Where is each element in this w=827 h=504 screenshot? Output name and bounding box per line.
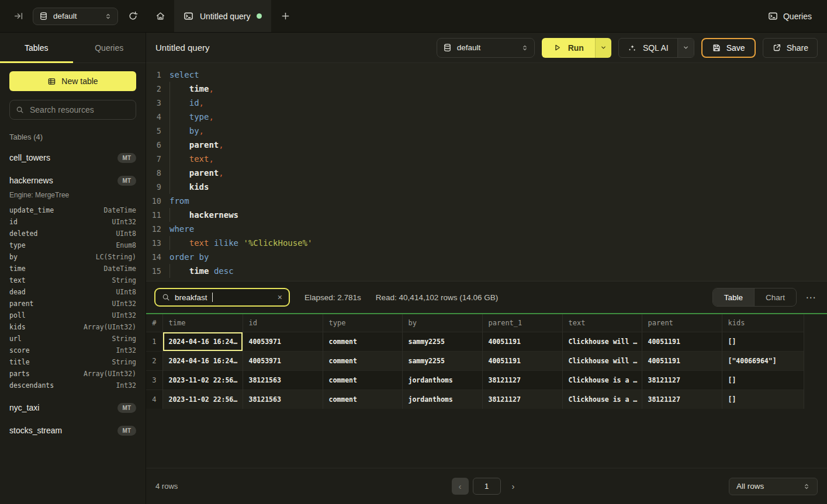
clear-search-button[interactable]: × (278, 293, 282, 301)
table-cell[interactable]: 40051191 (482, 351, 562, 370)
table-cell[interactable]: [] (722, 390, 804, 409)
table-cell[interactable]: Clickhouse is a … (562, 390, 642, 409)
column-row[interactable]: timeDateTime (9, 263, 136, 274)
sql-editor[interactable]: 1select2 time,3 id,4 type,5 by,6 parent,… (146, 63, 827, 281)
editor-line[interactable]: 5 by, (146, 124, 827, 138)
next-page-button[interactable]: › (505, 478, 522, 495)
column-header[interactable]: time (162, 314, 243, 332)
column-row[interactable]: typeEnum8 (9, 239, 136, 251)
editor-line[interactable]: 6 parent, (146, 138, 827, 152)
row-number-cell[interactable]: 3 (146, 370, 162, 390)
table-cell[interactable]: 38121563 (243, 370, 323, 390)
table-item[interactable]: hackernewsMT (9, 174, 136, 187)
editor-line[interactable]: 2 time, (146, 82, 827, 96)
table-cell[interactable]: comment (323, 390, 402, 409)
sidebar-tab-tables[interactable]: Tables (0, 33, 73, 62)
table-cell[interactable]: 38121127 (642, 370, 722, 390)
editor-line[interactable]: 13 text ilike '%ClickHouse%' (146, 236, 827, 250)
row-number-cell[interactable]: 2 (146, 351, 162, 370)
table-cell[interactable]: 2023-11-02 22:56… (162, 370, 243, 390)
table-item[interactable]: nyc_taxiMT (9, 401, 136, 414)
sql-ai-options-button[interactable] (677, 39, 694, 57)
editor-line[interactable]: 10from (146, 194, 827, 208)
column-row[interactable]: descendantsInt32 (9, 380, 136, 391)
column-row[interactable]: titleString (9, 356, 136, 368)
table-cell[interactable]: sammy2255 (402, 332, 482, 351)
column-row[interactable]: scoreInt32 (9, 345, 136, 356)
column-header[interactable]: parent (642, 314, 722, 332)
row-number-cell[interactable]: 4 (146, 390, 162, 409)
page-size-selector[interactable]: All rows (729, 478, 818, 495)
new-table-button[interactable]: New table (9, 71, 136, 91)
table-cell[interactable]: comment (323, 332, 402, 351)
table-cell[interactable]: 38121127 (642, 390, 722, 409)
results-search-input[interactable]: breakfast × (154, 288, 290, 307)
resource-search-input[interactable] (29, 105, 130, 115)
view-toggle-chart[interactable]: Chart (754, 289, 796, 306)
editor-line[interactable]: 14order by (146, 250, 827, 264)
table-cell[interactable]: ["40066964"] (722, 351, 804, 370)
refresh-button[interactable] (125, 9, 140, 24)
editor-line[interactable]: 8 parent, (146, 166, 827, 180)
column-row[interactable]: deletedUInt8 (9, 228, 136, 239)
table-cell[interactable]: Clickhouse is a … (562, 370, 642, 390)
queries-button[interactable]: Queries (753, 0, 827, 32)
column-header[interactable]: # (146, 314, 162, 332)
editor-line[interactable]: 4 type, (146, 110, 827, 124)
table-cell[interactable]: jordanthoms (402, 390, 482, 409)
column-row[interactable]: idUInt32 (9, 216, 136, 228)
column-header[interactable]: kids (722, 314, 804, 332)
table-cell[interactable]: 2024-04-16 16:24… (162, 332, 243, 351)
column-row[interactable]: partsArray(UInt32) (9, 368, 136, 380)
sidebar-tab-queries[interactable]: Queries (73, 33, 146, 62)
home-tab[interactable] (146, 0, 174, 32)
view-toggle-table[interactable]: Table (713, 289, 754, 306)
table-cell[interactable]: 2023-11-02 22:56… (162, 390, 243, 409)
column-row[interactable]: pollUInt32 (9, 310, 136, 321)
table-cell[interactable]: Clickhouse will … (562, 332, 642, 351)
table-cell[interactable]: 40051191 (482, 332, 562, 351)
column-header[interactable]: id (243, 314, 323, 332)
column-header[interactable]: by (402, 314, 482, 332)
run-options-button[interactable] (595, 38, 611, 58)
column-row[interactable]: parentUInt32 (9, 298, 136, 310)
table-cell[interactable]: 40053971 (243, 351, 323, 370)
column-row[interactable]: byLC(String) (9, 251, 136, 263)
editor-line[interactable]: 1select (146, 68, 827, 82)
column-header[interactable]: parent_1 (482, 314, 562, 332)
table-cell[interactable]: 40053971 (243, 332, 323, 351)
table-item[interactable]: stocks_streamMT (9, 424, 136, 437)
run-button[interactable]: Run (542, 38, 595, 58)
page-number-input[interactable]: 1 (473, 478, 501, 495)
query-database-selector[interactable]: default (437, 38, 535, 58)
column-header[interactable]: text (562, 314, 642, 332)
sql-ai-button[interactable]: SQL AI (619, 39, 677, 57)
editor-line[interactable]: 9 kids (146, 180, 827, 194)
column-row[interactable]: deadUInt8 (9, 286, 136, 298)
column-row[interactable]: urlString (9, 333, 136, 345)
column-row[interactable]: kidsArray(UInt32) (9, 321, 136, 333)
new-tab-button[interactable] (271, 0, 299, 32)
tab-untitled-query[interactable]: Untitled query (174, 0, 271, 32)
editor-line[interactable]: 15 time desc (146, 264, 827, 278)
table-item[interactable]: cell_towersMT (9, 151, 136, 164)
table-cell[interactable]: [] (722, 370, 804, 390)
table-cell[interactable]: comment (323, 370, 402, 390)
table-cell[interactable]: sammy2255 (402, 351, 482, 370)
column-row[interactable]: update_timeDateTime (9, 204, 136, 216)
table-cell[interactable]: jordanthoms (402, 370, 482, 390)
database-selector[interactable]: default (33, 8, 118, 25)
column-header[interactable]: type (323, 314, 402, 332)
column-row[interactable]: textString (9, 274, 136, 286)
table-cell[interactable]: comment (323, 351, 402, 370)
table-cell[interactable]: 38121127 (482, 390, 562, 409)
table-cell[interactable]: 40051191 (642, 332, 722, 351)
table-cell[interactable]: 2024-04-16 16:24… (162, 351, 243, 370)
collapse-sidebar-button[interactable] (11, 9, 26, 24)
save-button[interactable]: Save (701, 38, 756, 58)
more-options-button[interactable]: ⋯ (802, 289, 819, 305)
row-number-cell[interactable]: 1 (146, 332, 162, 351)
editor-line[interactable]: 3 id, (146, 96, 827, 110)
prev-page-button[interactable]: ‹ (452, 478, 469, 495)
table-cell[interactable]: [] (722, 332, 804, 351)
